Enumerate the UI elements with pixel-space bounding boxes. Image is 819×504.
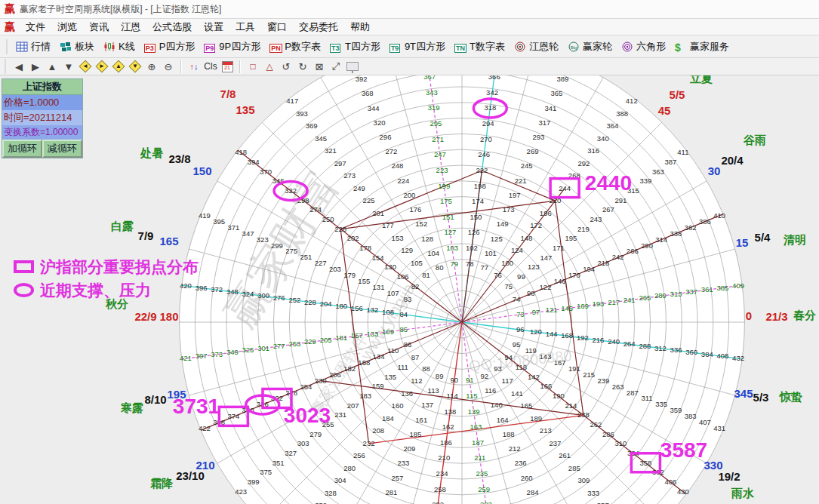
- calendar-button[interactable]: 21: [220, 60, 235, 74]
- svg-text:293: 293: [533, 133, 545, 141]
- svg-text:299: 299: [271, 241, 283, 250]
- collapse-button[interactable]: ⤢: [328, 60, 343, 74]
- rotate-cw-button[interactable]: ↻: [295, 60, 310, 74]
- svg-text:190: 190: [553, 392, 565, 400]
- menu-item-5[interactable]: 设置: [198, 19, 229, 35]
- menu-item-4[interactable]: 公式选股: [146, 19, 198, 35]
- zoom-out-button[interactable]: ⊖: [161, 60, 176, 74]
- triangle-tool-button[interactable]: △: [262, 60, 277, 74]
- toolbar-item-winner-wheel[interactable]: Big赢家轮: [563, 38, 617, 56]
- svg-text:138: 138: [444, 407, 456, 416]
- svg-text:102: 102: [466, 244, 478, 252]
- nav-down-button[interactable]: ▼: [61, 60, 76, 74]
- svg-text:150: 150: [192, 164, 211, 177]
- zoom-in-button[interactable]: ⊕: [144, 60, 159, 74]
- toolbar-item-hexagon[interactable]: 六角形: [617, 38, 670, 56]
- svg-text:81: 81: [422, 271, 430, 279]
- svg-text:雨水: 雨水: [731, 487, 755, 499]
- svg-text:215: 215: [583, 370, 595, 379]
- shift-up-button[interactable]: ▲: [111, 60, 126, 74]
- svg-text:219: 219: [577, 225, 590, 233]
- svg-text:3587: 3587: [660, 438, 707, 462]
- svg-text:5/3: 5/3: [753, 391, 769, 404]
- svg-text:312: 312: [654, 344, 667, 352]
- delete-box-button[interactable]: ⊠: [312, 60, 327, 74]
- toolbar-item-p-square[interactable]: P3P四方形: [140, 38, 200, 56]
- menu-item-7[interactable]: 窗口: [261, 19, 293, 35]
- svg-text:98: 98: [527, 289, 535, 297]
- menu-item-2[interactable]: 资讯: [83, 19, 115, 35]
- svg-text:393: 393: [296, 109, 308, 118]
- toolbar-item-t-square[interactable]: T3T四方形: [325, 38, 385, 56]
- svg-text:275: 275: [285, 247, 297, 255]
- screen-button[interactable]: [345, 60, 360, 74]
- svg-text:78: 78: [466, 260, 474, 268]
- svg-text:132: 132: [366, 306, 378, 314]
- svg-text:374: 374: [227, 412, 239, 420]
- svg-text:195: 195: [565, 234, 577, 242]
- toolbar-item-sectors[interactable]: 板块: [55, 38, 99, 56]
- svg-text:惊蛰: 惊蛰: [779, 390, 802, 403]
- svg-text:134: 134: [373, 352, 385, 361]
- svg-text:399: 399: [248, 478, 260, 486]
- sub-cycle-button[interactable]: 减循环: [42, 140, 82, 158]
- svg-text:75: 75: [505, 282, 513, 290]
- menu-item-3[interactable]: 江恩: [115, 19, 146, 35]
- updown-button[interactable]: ↑↓: [186, 60, 202, 74]
- rotate-ccw-button[interactable]: ↺: [279, 60, 294, 74]
- svg-text:149: 149: [497, 220, 509, 228]
- nav-left-button[interactable]: ◀: [11, 60, 26, 74]
- svg-text:101: 101: [485, 249, 497, 257]
- svg-text:386: 386: [699, 217, 711, 226]
- toolbar-item-t-table[interactable]: TNT数字表: [450, 38, 510, 56]
- cls-button[interactable]: Cls: [203, 60, 218, 74]
- menu-item-0[interactable]: 文件: [20, 19, 51, 35]
- svg-text:348: 348: [226, 287, 239, 296]
- svg-text:422: 422: [199, 424, 211, 432]
- svg-text:349: 349: [226, 348, 239, 356]
- toolbar-item-gann-wheel[interactable]: 江恩轮: [510, 38, 563, 56]
- toolbar-item-quotes[interactable]: 行情: [11, 38, 55, 56]
- svg-text:392: 392: [356, 75, 368, 83]
- svg-text:300: 300: [257, 291, 269, 300]
- shift-left-button[interactable]: ◄: [78, 60, 93, 74]
- svg-text:297: 297: [334, 159, 346, 167]
- shift-down-button[interactable]: ▼: [128, 60, 143, 74]
- svg-text:122: 122: [540, 283, 552, 291]
- add-cycle-button[interactable]: 加循环: [2, 140, 42, 158]
- svg-text:290: 290: [641, 241, 653, 250]
- toolbar-item-9t-square[interactable]: T99T四方形: [385, 38, 450, 56]
- svg-text:260: 260: [521, 474, 533, 482]
- svg-text:115: 115: [466, 392, 477, 400]
- svg-text:340: 340: [597, 134, 609, 143]
- svg-text:345: 345: [734, 387, 753, 400]
- menu-item-1[interactable]: 浏览: [51, 19, 83, 35]
- nav-right-button[interactable]: ▶: [28, 60, 43, 74]
- menu-item-8[interactable]: 交易委托: [293, 19, 344, 35]
- svg-text:339: 339: [639, 177, 651, 185]
- svg-text:185: 185: [409, 430, 421, 438]
- svg-text:111: 111: [397, 363, 408, 371]
- svg-text:283: 283: [480, 500, 492, 504]
- svg-text:170: 170: [568, 271, 580, 279]
- svg-text:232: 232: [363, 439, 375, 447]
- toolbar-item-kline[interactable]: K线: [99, 38, 140, 56]
- nav-up-button[interactable]: ▲: [45, 60, 60, 74]
- svg-text:243: 243: [590, 215, 602, 223]
- square-tool-button[interactable]: □: [245, 60, 260, 74]
- menu-item-9[interactable]: 帮助: [344, 19, 376, 35]
- toolbar-item-9p-square[interactable]: P99P四方形: [199, 38, 265, 56]
- svg-text:179: 179: [343, 271, 356, 279]
- coefficient-value: 变换系数=1.00000: [2, 125, 82, 140]
- svg-text:110: 110: [387, 346, 399, 355]
- svg-text:409: 409: [732, 281, 744, 290]
- svg-text:272: 272: [386, 147, 398, 155]
- toolbar-item-service[interactable]: $赢家服务: [670, 38, 734, 56]
- menu-bar: 赢 文件浏览资讯江恩公式选股设置工具窗口交易委托帮助: [0, 19, 819, 35]
- toolbar-item-p-table[interactable]: PNP数字表: [265, 38, 325, 56]
- menu-item-6[interactable]: 工具: [229, 19, 261, 35]
- svg-text:407: 407: [699, 418, 711, 426]
- svg-text:151: 151: [442, 213, 454, 221]
- svg-text:343: 343: [426, 88, 438, 97]
- shift-right-button[interactable]: ►: [94, 60, 109, 74]
